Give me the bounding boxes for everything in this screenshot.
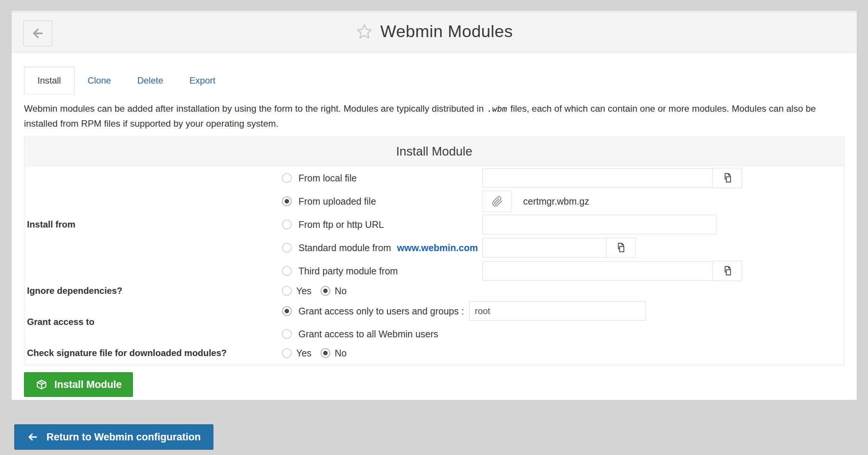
local-file-input[interactable] — [482, 168, 713, 188]
file-chooser-icon — [722, 172, 734, 184]
table-title: Install Module — [24, 137, 844, 166]
ignore-dependencies-row: Ignore dependencies? Yes No — [24, 283, 844, 299]
tab-delete[interactable]: Delete — [124, 67, 176, 94]
check-signature-row: Check signature file for downloaded modu… — [24, 345, 844, 361]
grant-users-option-row: Grant access only to users and groups : — [282, 299, 844, 323]
paperclip-icon — [492, 196, 503, 207]
local-file-chooser-button[interactable] — [713, 168, 742, 188]
install-module-table: Install Module Install from From local f… — [24, 137, 844, 365]
option-third-party-label: Third party module from — [298, 266, 398, 277]
check-sig-yes-label: Yes — [296, 348, 312, 359]
ignore-dependencies-label: Ignore dependencies? — [24, 283, 282, 299]
ignore-deps-no-label: No — [335, 286, 347, 296]
return-button-label: Return to Webmin configuration — [46, 431, 201, 443]
grant-access-row: Grant access to Grant access only to use… — [24, 299, 844, 345]
radio-ftp-url[interactable] — [282, 220, 292, 229]
package-box-icon — [35, 378, 48, 391]
file-chooser-icon — [615, 242, 627, 254]
install-from-label: Install from — [24, 166, 282, 283]
tab-export[interactable]: Export — [176, 67, 228, 94]
tab-bar: Install Clone Delete Export — [24, 67, 844, 94]
radio-local-file[interactable] — [282, 173, 292, 183]
content-card: Webmin Modules Install Clone Delete Expo… — [11, 10, 857, 400]
option-third-party: Third party module from — [282, 259, 844, 283]
option-uploaded-file: From uploaded file certmgr.wbm.gz — [282, 190, 844, 213]
radio-ignore-deps-yes[interactable] — [282, 286, 292, 296]
title-wrap: Webmin Modules — [356, 22, 513, 41]
star-outline-icon[interactable] — [356, 23, 373, 40]
grant-all-option-row: Grant access to all Webmin users — [282, 323, 844, 345]
radio-grant-users[interactable] — [282, 306, 292, 316]
grant-users-input[interactable] — [469, 301, 646, 321]
check-sig-no-label: No — [335, 348, 347, 359]
install-from-options: From local file — [282, 166, 844, 283]
arrow-left-icon — [27, 431, 38, 443]
radio-grant-all[interactable] — [282, 329, 292, 339]
tab-clone[interactable]: Clone — [75, 67, 124, 94]
option-local-file-label: From local file — [298, 173, 357, 184]
wbm-extension-code: .wbm — [487, 104, 507, 114]
grant-all-option-label: Grant access to all Webmin users — [298, 329, 438, 340]
radio-uploaded-file[interactable] — [282, 196, 292, 206]
radio-standard-module[interactable] — [282, 243, 292, 253]
ftp-url-input[interactable] — [482, 215, 716, 234]
radio-third-party[interactable] — [282, 266, 292, 276]
check-signature-options: Yes No — [282, 345, 844, 361]
third-party-chooser-button[interactable] — [713, 261, 742, 281]
option-ftp-url-label: From ftp or http URL — [298, 219, 384, 230]
upload-file-button[interactable] — [482, 191, 512, 212]
option-ftp-url: From ftp or http URL — [282, 213, 844, 236]
standard-module-input[interactable] — [482, 238, 606, 257]
option-uploaded-file-label: From uploaded file — [298, 196, 376, 207]
file-chooser-icon — [722, 265, 734, 277]
option-standard-module: Standard module from www.webmin.com — [282, 236, 844, 259]
grant-access-label: Grant access to — [24, 299, 282, 345]
option-local-file: From local file — [282, 166, 844, 190]
third-party-input[interactable] — [482, 261, 713, 281]
page-header: Webmin Modules — [12, 10, 857, 52]
arrow-left-icon — [31, 27, 45, 40]
radio-ignore-deps-no[interactable] — [321, 286, 330, 296]
tab-install[interactable]: Install — [24, 67, 75, 94]
back-button[interactable] — [23, 20, 52, 46]
ignore-dependencies-options: Yes No — [282, 283, 844, 299]
page-title: Webmin Modules — [380, 22, 513, 41]
standard-module-chooser-button[interactable] — [606, 238, 635, 258]
option-standard-module-label: Standard module from — [298, 242, 391, 253]
install-module-button-label: Install Module — [54, 379, 122, 391]
radio-check-sig-yes[interactable] — [282, 348, 292, 358]
return-to-webmin-config-button[interactable]: Return to Webmin configuration — [14, 424, 213, 450]
radio-check-sig-no[interactable] — [321, 348, 330, 358]
webmin-modules-page: Webmin Modules Install Clone Delete Expo… — [0, 0, 868, 455]
intro-part1: Webmin modules can be added after instal… — [24, 103, 484, 114]
ignore-deps-yes-label: Yes — [296, 286, 312, 296]
uploaded-filename: certmgr.wbm.gz — [523, 196, 589, 207]
install-from-row: Install from From local file — [24, 166, 844, 283]
grant-users-option-label: Grant access only to users and groups : — [298, 306, 464, 317]
webmin-com-link[interactable]: www.webmin.com — [397, 242, 478, 253]
install-module-button[interactable]: Install Module — [24, 372, 133, 397]
intro-text: Webmin modules can be added after instal… — [24, 101, 844, 131]
check-signature-label: Check signature file for downloaded modu… — [24, 345, 282, 361]
card-body: Install Clone Delete Export Webmin modul… — [12, 67, 857, 397]
table-body: Install from From local file — [24, 166, 844, 365]
